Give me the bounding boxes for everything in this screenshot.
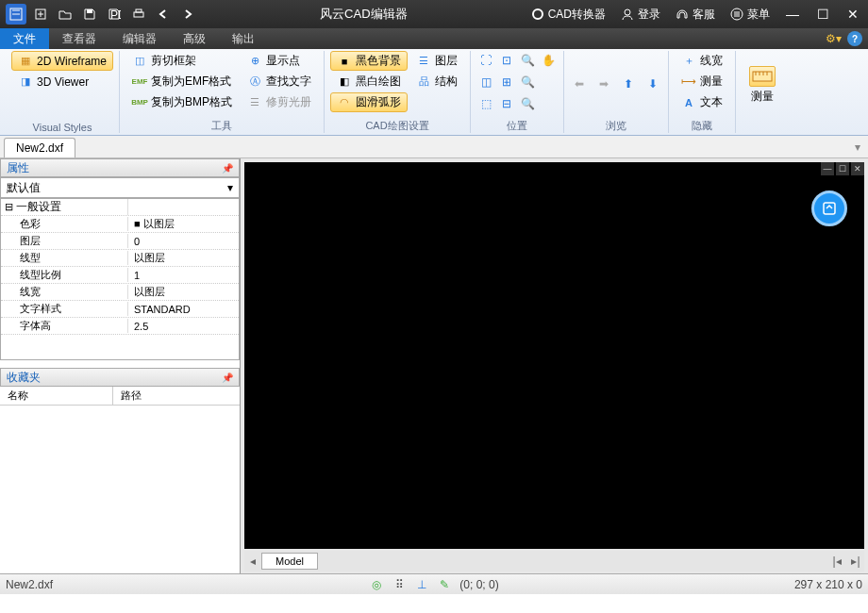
bw-icon: ◧: [337, 75, 352, 90]
pos-icon-2[interactable]: ⊡: [497, 51, 516, 70]
favorites-col-path[interactable]: 路径: [113, 387, 149, 405]
pos-icon-6[interactable]: ⊞: [497, 73, 516, 91]
bw-draw-button[interactable]: ◧黑白绘图: [330, 72, 408, 91]
workspace: 属性📌 默认值▾ ⊟ 一般设置 色彩■ 以图层图层0线型以图层线型比例1线宽以图…: [0, 158, 868, 573]
save-icon[interactable]: [79, 4, 100, 25]
ribbon-group-position: ⛶ ⊡ 🔍 ✋ ◫ ⊞ 🔍 ⬚ ⊟ 🔍 位置: [471, 51, 564, 133]
property-row[interactable]: 线型比例1: [1, 267, 239, 284]
property-row[interactable]: 线宽以图层: [1, 284, 239, 301]
canvas-tool-close-icon[interactable]: ✕: [851, 162, 864, 175]
properties-title: 属性: [7, 160, 29, 176]
properties-selector[interactable]: 默认值▾: [0, 177, 240, 198]
pan-icon[interactable]: ✋: [539, 51, 558, 70]
svg-rect-5: [136, 9, 142, 12]
status-ortho-icon[interactable]: ⊥: [414, 577, 429, 592]
undo-icon[interactable]: [153, 4, 174, 25]
text-button[interactable]: A文本: [675, 92, 729, 112]
minimize-button[interactable]: —: [781, 3, 804, 25]
status-grid-icon[interactable]: ⠿: [392, 577, 407, 592]
find-text-button[interactable]: Ⓐ查找文字: [241, 72, 318, 91]
linewidth-button[interactable]: ＋线宽: [675, 51, 729, 71]
close-button[interactable]: ✕: [842, 3, 864, 25]
property-key: 色彩: [1, 217, 128, 231]
menu-advanced[interactable]: 高级: [170, 28, 219, 49]
blackbg-label: 黑色背景: [356, 53, 401, 69]
canvas-tool-max-icon[interactable]: ☐: [836, 162, 849, 175]
pos-icon-8[interactable]: ⬚: [476, 94, 495, 113]
support-button[interactable]: 客服: [672, 5, 719, 25]
open-icon[interactable]: [55, 4, 75, 25]
viewer-3d-button[interactable]: ◨3D Viewer: [11, 72, 113, 91]
trim-icon: ☰: [247, 95, 262, 110]
document-tab-label: New2.dxf: [16, 141, 63, 155]
menu-file[interactable]: 文件: [0, 28, 49, 49]
menu-label: 菜单: [747, 7, 770, 23]
property-row[interactable]: 文字样式STANDARD: [1, 301, 239, 318]
options-icon[interactable]: ⚙▾: [826, 32, 842, 45]
copy-emf-button[interactable]: EMF复制为EMF格式: [125, 72, 239, 91]
show-points-button[interactable]: ⊕显示点: [241, 51, 318, 71]
nav-up-icon[interactable]: ⬆: [619, 75, 638, 93]
black-bg-button[interactable]: ■黑色背景: [330, 51, 408, 71]
layer-button[interactable]: ☰图层: [409, 51, 464, 71]
save-pdf-icon[interactable]: PDF: [104, 4, 125, 25]
canvas-tool-min-icon[interactable]: —: [821, 162, 834, 175]
smooth-arc-button[interactable]: ◠圆滑弧形: [330, 92, 408, 112]
measure-big-icon: [749, 66, 776, 87]
zoom-fit-icon[interactable]: 🔍: [518, 94, 537, 113]
menu-output[interactable]: 输出: [219, 28, 268, 49]
app-logo-icon[interactable]: [6, 4, 26, 25]
menu-button[interactable]: 菜单: [726, 5, 774, 25]
property-key: 线宽: [1, 285, 128, 299]
status-snap-icon[interactable]: ✎: [437, 577, 452, 592]
property-group-row[interactable]: ⊟ 一般设置: [1, 199, 239, 216]
canvas-fab-button[interactable]: [811, 191, 847, 226]
model-tab[interactable]: Model: [261, 553, 318, 570]
measure-button[interactable]: ⟼测量: [675, 72, 729, 91]
pos-icon-5[interactable]: ◫: [476, 73, 495, 91]
help-icon[interactable]: ?: [847, 31, 862, 46]
nav-back-icon[interactable]: ⬅: [570, 75, 589, 93]
menu-editor[interactable]: 编辑器: [109, 28, 170, 49]
structure-button[interactable]: 品结构: [409, 72, 464, 91]
pos-icon-1[interactable]: ⛶: [476, 51, 495, 70]
trim-button[interactable]: ☰修剪光册: [241, 92, 318, 112]
pin-icon-2[interactable]: 📌: [222, 373, 233, 383]
menu-viewer[interactable]: 查看器: [49, 28, 109, 49]
status-target-icon[interactable]: ◎: [369, 577, 384, 592]
pin-icon[interactable]: 📌: [222, 163, 233, 174]
pos-icon-9[interactable]: ⊟: [497, 94, 516, 113]
property-row[interactable]: 色彩■ 以图层: [1, 216, 239, 233]
model-prev-icon[interactable]: ◂: [244, 555, 261, 568]
group-title-cad: CAD绘图设置: [330, 117, 464, 133]
redo-icon[interactable]: [177, 4, 198, 25]
new-icon[interactable]: [30, 4, 51, 25]
cad-converter-button[interactable]: CAD转换器: [527, 5, 609, 25]
property-row[interactable]: 图层0: [1, 233, 239, 250]
nav-fwd-icon[interactable]: ➡: [594, 75, 613, 93]
maximize-button[interactable]: ☐: [811, 3, 834, 25]
wireframe-2d-button[interactable]: ▦2D Wireframe: [11, 51, 113, 71]
model-scroll-right-icon[interactable]: ▸|: [847, 555, 864, 568]
property-row[interactable]: 线型以图层: [1, 250, 239, 267]
zoom-out-icon[interactable]: 🔍: [518, 73, 537, 91]
crop-label: 剪切框架: [151, 53, 196, 69]
emf-icon: EMF: [132, 75, 147, 90]
bmp-icon: BMP: [132, 95, 147, 110]
copy-bmp-button[interactable]: BMP复制为BMP格式: [125, 92, 239, 112]
tab-dropdown-icon[interactable]: ▾: [847, 137, 868, 157]
favorites-col-name[interactable]: 名称: [0, 387, 113, 405]
wireframe-label: 2D Wireframe: [37, 55, 107, 68]
drawing-canvas[interactable]: [244, 162, 864, 549]
login-button[interactable]: 登录: [617, 5, 664, 25]
crop-frame-button[interactable]: ◫剪切框架: [125, 51, 239, 71]
model-scroll-left-icon[interactable]: |◂: [828, 555, 845, 568]
measure-big-button[interactable]: 测量: [742, 51, 783, 120]
ribbon: ▦2D Wireframe ◨3D Viewer Visual Styles ◫…: [0, 49, 868, 136]
nav-down-icon[interactable]: ⬇: [643, 75, 662, 93]
print-icon[interactable]: [128, 4, 149, 25]
property-row[interactable]: 字体高2.5: [1, 318, 239, 335]
zoom-in-icon[interactable]: 🔍: [518, 51, 537, 70]
document-tab[interactable]: New2.dxf: [4, 138, 75, 157]
linewidth-icon: ＋: [681, 54, 696, 69]
